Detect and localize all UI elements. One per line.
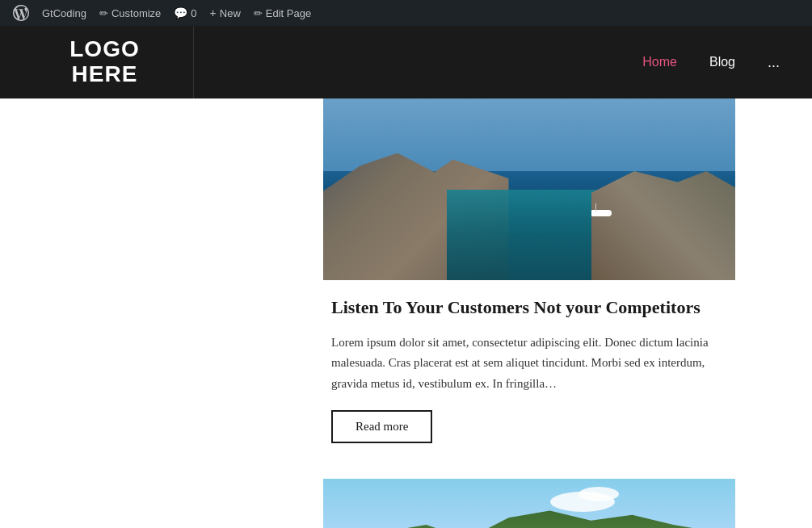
- nav-home[interactable]: Home: [642, 55, 677, 69]
- site-navigation: Home Blog ...: [194, 54, 796, 71]
- post-image-village: [323, 479, 735, 528]
- post-title-1: Listen To Your Customers Not your Compet…: [331, 296, 727, 320]
- site-name-button[interactable]: GtCoding: [36, 0, 93, 26]
- admin-bar: GtCoding ✏ Customize 💬 0 + New ✏ Edit Pa…: [0, 0, 812, 26]
- new-button[interactable]: + New: [204, 0, 247, 26]
- comments-icon: 💬: [174, 6, 187, 19]
- post-card-2: [323, 479, 735, 528]
- post-excerpt-1: Lorem ipsum dolor sit amet, consectetur …: [331, 333, 727, 395]
- read-more-button-1[interactable]: Read more: [331, 410, 432, 443]
- post-card-1: Listen To Your Customers Not your Compet…: [323, 98, 735, 479]
- customize-button[interactable]: ✏ Customize: [93, 0, 167, 26]
- customize-label: Customize: [111, 7, 161, 19]
- new-icon: +: [210, 6, 217, 19]
- post-image-1: [323, 98, 735, 280]
- comments-button[interactable]: 💬 0: [167, 0, 203, 26]
- nav-blog[interactable]: Blog: [709, 55, 735, 69]
- post-image-2: [323, 479, 735, 528]
- edit-page-label: Edit Page: [266, 7, 311, 19]
- wp-logo-button[interactable]: [6, 0, 36, 26]
- customize-icon: ✏: [99, 7, 108, 19]
- edit-page-button[interactable]: ✏ Edit Page: [247, 0, 318, 26]
- comments-count: 0: [191, 7, 196, 19]
- post-body-1: Listen To Your Customers Not your Compet…: [323, 280, 735, 479]
- edit-icon: ✏: [254, 7, 263, 19]
- site-name-label: GtCoding: [42, 7, 86, 19]
- site-logo: LOGOHERE: [69, 37, 139, 87]
- blog-content: Listen To Your Customers Not your Compet…: [323, 98, 735, 528]
- left-sidebar: [0, 98, 323, 528]
- logo-area[interactable]: LOGOHERE: [16, 26, 194, 98]
- content-row: Listen To Your Customers Not your Compet…: [0, 98, 812, 528]
- new-label: New: [220, 7, 241, 19]
- nav-more[interactable]: ...: [768, 54, 780, 71]
- site-header: LOGOHERE Home Blog ...: [0, 26, 812, 98]
- post-image-coastal: [323, 98, 735, 280]
